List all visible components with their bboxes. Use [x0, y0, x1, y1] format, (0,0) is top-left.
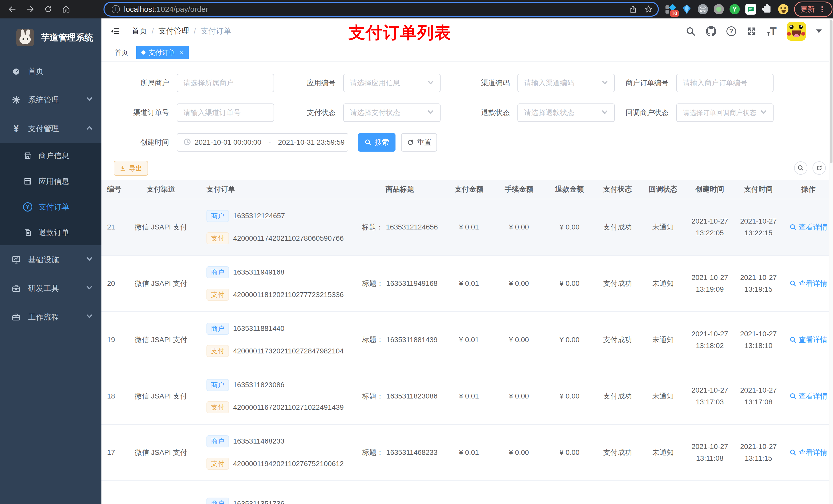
breadcrumb-home[interactable]: 首页: [132, 26, 147, 37]
chevron-down-icon: [427, 109, 434, 117]
y-extension-icon[interactable]: Y: [730, 4, 740, 14]
merchant-input[interactable]: [184, 79, 267, 87]
browser-update-button[interactable]: 更新 ⋮: [794, 2, 832, 17]
reset-button[interactable]: 重置: [401, 133, 437, 152]
app-logo[interactable]: 芋道管理系统: [0, 19, 101, 57]
channel-order-no-input[interactable]: [184, 109, 267, 117]
view-detail-link[interactable]: 查看详情: [789, 222, 827, 232]
share-icon[interactable]: [629, 5, 637, 13]
cell-amount: ¥ 0.01: [445, 199, 493, 255]
search-button[interactable]: 搜索: [358, 133, 396, 152]
tab-close-icon[interactable]: ×: [180, 49, 184, 56]
chat-extension-icon[interactable]: [745, 4, 756, 15]
title-value: 1635312124656: [386, 223, 438, 231]
table-row: 21 微信 JSAPI 支付 商户 1635312124657 支付 42000…: [101, 199, 833, 256]
pay-status-select[interactable]: [343, 103, 441, 122]
main-area: 首页 / 支付管理 / 支付订单 支付订单列表 ? тT: [101, 19, 833, 504]
sidebar-item-payment[interactable]: ¥ 支付管理: [0, 114, 101, 143]
sidebar-item-system[interactable]: 系统管理: [0, 86, 101, 114]
view-detail-link[interactable]: 查看详情: [789, 391, 827, 401]
browser-home-icon[interactable]: [61, 4, 72, 15]
sidebar-toggle-icon[interactable]: [109, 25, 121, 38]
avatar[interactable]: [787, 22, 806, 41]
active-tab-dot: [141, 50, 145, 54]
merchant-order-no-input[interactable]: [683, 79, 767, 87]
avatar-caret-icon[interactable]: [816, 29, 822, 33]
title-prefix: 标题：: [362, 448, 384, 457]
sidebar-item-workflow[interactable]: 工作流程: [0, 303, 101, 331]
screen: i localhost:1024/pay/order 10 Y: [0, 0, 833, 504]
github-icon[interactable]: [706, 26, 716, 37]
cell-created-time: 2021-10-27 13:11:08: [686, 425, 734, 480]
app-logo-image: [16, 29, 34, 46]
sidebar-item-refund-order[interactable]: 退款订单: [0, 220, 101, 245]
extensions-puzzle-icon[interactable]: [762, 4, 772, 15]
chevron-down-icon: [86, 313, 93, 321]
browser-back-icon[interactable]: [7, 4, 18, 15]
cell-created-time: [686, 481, 734, 504]
export-button[interactable]: 导出: [114, 161, 148, 176]
create-time-range-picker[interactable]: 2021-10-01 00:00:00 - 2021-10-31 23:59:5…: [177, 133, 348, 152]
bookmark-star-icon[interactable]: [644, 5, 653, 13]
sidebar-item-dev-tools[interactable]: 研发工具: [0, 274, 101, 303]
title-value: 1635311468233: [386, 449, 437, 457]
pay-status-input[interactable]: [350, 109, 425, 117]
app-title: 芋道管理系统: [41, 32, 93, 44]
channel-code-input[interactable]: [524, 79, 599, 87]
pay-order-no: 4200001181202110277723215336: [233, 291, 344, 299]
view-detail-link[interactable]: 查看详情: [789, 335, 827, 345]
sidebar-item-merchant-info[interactable]: 商户信息: [0, 143, 101, 169]
breadcrumb-pay-management[interactable]: 支付管理: [158, 26, 189, 37]
sidebar-item-home[interactable]: 首页: [0, 57, 101, 86]
cell-refund: [545, 481, 595, 504]
fullscreen-icon[interactable]: [746, 26, 757, 37]
page-scrollbar[interactable]: [829, 19, 833, 504]
recorder-extension-icon[interactable]: [714, 4, 724, 14]
refund-status-select[interactable]: [518, 103, 615, 122]
browser-reload-icon[interactable]: [43, 4, 54, 15]
cell-refund: ¥ 0.00: [545, 425, 595, 480]
refresh-table-button[interactable]: [812, 161, 826, 175]
date-range-end[interactable]: 2021-10-31 23:59:59: [278, 138, 344, 146]
scrollbar-thumb[interactable]: [830, 20, 832, 163]
tab-pay-order[interactable]: 支付订单 ×: [136, 46, 189, 59]
cell-order: 商户 1635311468233 支付 42000011942021102767…: [196, 425, 355, 480]
cell-id: 21: [101, 199, 126, 255]
search-icon[interactable]: [686, 26, 696, 37]
shop-icon: [23, 151, 33, 160]
merchant-select[interactable]: [177, 74, 274, 92]
gem-extension-icon[interactable]: [681, 4, 692, 15]
tab-manager-extension-icon[interactable]: 10: [665, 4, 676, 15]
sidebar-item-pay-order[interactable]: ¥ 支付订单: [0, 194, 101, 220]
channel-code-select[interactable]: [518, 74, 615, 92]
browser-menu-icon[interactable]: ⋮: [818, 5, 826, 14]
merchant-order-no: 1635311881440: [233, 325, 284, 333]
channel-order-no-field[interactable]: [177, 103, 274, 122]
chevron-down-icon: [86, 255, 93, 264]
merchant-order-no-field[interactable]: [676, 74, 774, 92]
font-size-icon[interactable]: тT: [767, 25, 777, 38]
tab-home[interactable]: 首页: [110, 46, 133, 59]
sidebar-item-infrastructure[interactable]: 基础设施: [0, 245, 101, 274]
address-bar[interactable]: i localhost:1024/pay/order: [103, 2, 659, 17]
page-content: 所属商户 应用编号 渠道编码 商户订单编号 渠道订单号 支: [101, 62, 833, 504]
view-detail-link[interactable]: 查看详情: [789, 279, 827, 288]
sidebar-item-app-info[interactable]: 应用信息: [0, 169, 101, 194]
help-icon[interactable]: ?: [727, 26, 736, 36]
cell-amount: ¥ 0.01: [445, 312, 493, 368]
site-info-icon[interactable]: i: [112, 5, 120, 13]
date-range-start[interactable]: 2021-10-01 00:00:00: [195, 138, 261, 146]
view-detail-link[interactable]: 查看详情: [789, 448, 827, 457]
browser-forward-icon[interactable]: [25, 4, 36, 15]
cell-fee: ¥ 0.00: [493, 368, 545, 424]
app-select[interactable]: [343, 74, 441, 92]
command-extension-icon[interactable]: [698, 4, 708, 14]
callback-status-input[interactable]: [683, 109, 758, 117]
callback-status-select[interactable]: [676, 103, 774, 122]
app-input[interactable]: [350, 79, 425, 87]
title-prefix: 标题：: [362, 335, 384, 345]
cell-actions: 查看详情: [783, 199, 833, 255]
emoji-extension-icon[interactable]: [778, 4, 788, 14]
toggle-search-button[interactable]: [794, 161, 807, 175]
refund-status-input[interactable]: [524, 109, 599, 117]
